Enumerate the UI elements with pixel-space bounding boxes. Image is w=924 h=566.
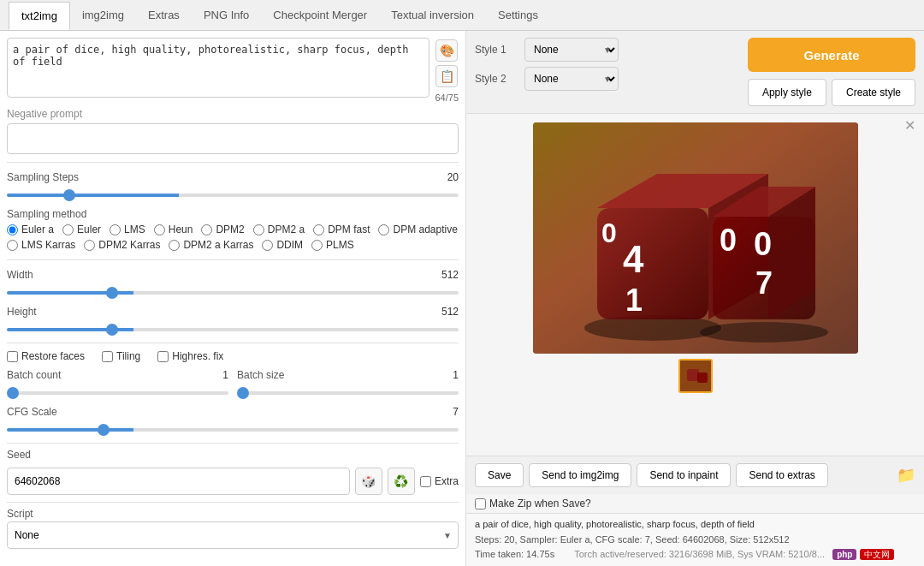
batch-count-slider[interactable]: [7, 391, 228, 395]
seed-label-row: Seed: [7, 449, 459, 461]
script-select[interactable]: None: [7, 521, 459, 549]
style-controls: Style 1 None Style 2 None: [475, 38, 619, 91]
svg-text:0: 0: [754, 226, 772, 262]
tab-extras[interactable]: Extras: [136, 2, 192, 28]
sampling-steps-slider[interactable]: [7, 194, 459, 197]
main-container: a pair of dice, high quality, photoreali…: [0, 31, 924, 566]
style1-row: Style 1 None: [475, 38, 619, 62]
folder-button[interactable]: 📁: [897, 466, 915, 485]
seed-input[interactable]: 64602068: [7, 468, 350, 495]
radio-dpm2-a-karras[interactable]: DPM2 a Karras: [169, 239, 253, 251]
thumbnail-strip: [678, 359, 713, 393]
options-row: Restore faces Tiling Highres. fix: [7, 350, 459, 362]
negative-prompt-input[interactable]: [7, 123, 459, 154]
send-inpaint-button[interactable]: Send to inpaint: [637, 463, 731, 487]
info-bar: a pair of dice, high quality, photoreali…: [466, 513, 924, 566]
emoji-icon-btn[interactable]: 🎨: [435, 39, 458, 62]
highres-fix-checkbox[interactable]: Highres. fix: [157, 350, 223, 362]
sampling-method-label: Sampling method: [7, 208, 459, 220]
width-group: Width 512: [7, 269, 459, 297]
svg-rect-17: [697, 372, 708, 383]
sampling-method-group: Sampling method Euler a Euler LMS Heun D…: [7, 208, 459, 251]
make-zip-checkbox[interactable]: Make Zip when Save?: [475, 497, 915, 509]
tab-png-info[interactable]: PNG Info: [192, 2, 261, 28]
batch-size-slider[interactable]: [237, 391, 459, 395]
radio-dpm-fast[interactable]: DPM fast: [313, 223, 370, 235]
svg-point-2: [700, 322, 828, 343]
sampling-steps-value: 20: [447, 171, 459, 183]
style2-select[interactable]: None: [524, 67, 619, 91]
tiling-checkbox[interactable]: Tiling: [102, 350, 140, 362]
style2-row: Style 2 None: [475, 67, 619, 91]
height-slider[interactable]: [7, 328, 459, 331]
height-value: 512: [441, 306, 459, 318]
clipboard-icon-btn[interactable]: 📋: [435, 65, 458, 87]
seed-dice-btn[interactable]: 🎲: [355, 468, 382, 495]
tab-img2img[interactable]: img2img: [70, 2, 136, 28]
top-right-controls: Style 1 None Style 2 None: [466, 31, 924, 114]
radio-dpm-adaptive[interactable]: DPM adaptive: [378, 223, 457, 235]
batch-size-group: Batch size 1: [237, 369, 459, 397]
restore-faces-checkbox[interactable]: Restore faces: [7, 350, 85, 362]
cfg-scale-label: CFG Scale 7: [7, 406, 459, 418]
cfg-scale-value: 7: [453, 406, 459, 418]
script-label: Script: [7, 508, 459, 520]
width-label: Width 512: [7, 269, 459, 281]
sampling-method-radio-group: Euler a Euler LMS Heun DPM2 DPM2 a DPM f…: [7, 223, 459, 251]
radio-dpm2-a[interactable]: DPM2 a: [253, 223, 305, 235]
svg-rect-16: [687, 369, 699, 381]
save-button[interactable]: Save: [475, 463, 524, 487]
apply-style-button[interactable]: Apply style: [748, 79, 826, 106]
close-image-btn[interactable]: ✕: [904, 117, 915, 134]
make-zip-row: Make Zip when Save?: [466, 494, 924, 513]
style1-select[interactable]: None: [524, 38, 619, 62]
height-label: Height 512: [7, 306, 459, 318]
batch-row: Batch count 1 Batch size 1: [7, 369, 459, 397]
sampling-steps-label: Sampling Steps 20: [7, 171, 459, 183]
height-group: Height 512: [7, 306, 459, 334]
batch-count-group: Batch count 1: [7, 369, 228, 397]
radio-plms[interactable]: PLMS: [311, 239, 354, 251]
style1-select-wrapper: None: [524, 38, 619, 62]
seed-recycle-btn[interactable]: ♻️: [388, 468, 415, 495]
radio-lms[interactable]: LMS: [110, 223, 145, 235]
generated-image: 4 1 0 0: [533, 122, 858, 354]
tab-textual-inversion[interactable]: Textual inversion: [379, 2, 486, 28]
svg-text:7: 7: [755, 265, 773, 301]
top-navigation: txt2img img2img Extras PNG Info Checkpoi…: [0, 0, 924, 31]
width-slider[interactable]: [7, 291, 459, 295]
create-style-button[interactable]: Create style: [832, 79, 915, 106]
radio-heun[interactable]: Heun: [154, 223, 193, 235]
send-img2img-button[interactable]: Send to img2img: [529, 463, 631, 487]
style2-select-wrapper: None: [524, 67, 619, 91]
thumbnail-item[interactable]: [678, 359, 713, 393]
radio-dpm2-karras[interactable]: DPM2 Karras: [84, 239, 160, 251]
extra-checkbox[interactable]: Extra: [420, 475, 459, 487]
generate-button[interactable]: Generate: [748, 38, 915, 72]
tab-txt2img[interactable]: txt2img: [9, 2, 70, 30]
style-action-buttons: Apply style Create style: [748, 79, 915, 106]
batch-count-value: 1: [222, 369, 228, 381]
info-prompt-text: a pair of dice, high quality, photoreali…: [475, 517, 915, 533]
php-badge: php 中文网: [832, 549, 893, 559]
svg-text:0: 0: [720, 223, 737, 258]
info-params: Steps: 20, Sampler: Euler a, CFG scale: …: [475, 533, 915, 548]
send-extras-button[interactable]: Send to extras: [736, 463, 827, 487]
tab-checkpoint-merger[interactable]: Checkpoint Merger: [261, 2, 379, 28]
radio-dpm2[interactable]: DPM2: [201, 223, 244, 235]
positive-prompt-input[interactable]: a pair of dice, high quality, photoreali…: [7, 38, 429, 98]
batch-size-value: 1: [453, 369, 459, 381]
bottom-action-buttons: Save Send to img2img Send to inpaint Sen…: [466, 456, 924, 494]
prompt-row: a pair of dice, high quality, photoreali…: [7, 38, 459, 103]
tab-settings[interactable]: Settings: [486, 2, 550, 28]
radio-lms-karras[interactable]: LMS Karras: [7, 239, 75, 251]
info-time: Time taken: 14.75s Torch active/reserved…: [475, 547, 915, 563]
token-count: 64/75: [435, 92, 459, 103]
radio-euler-a[interactable]: Euler a: [7, 223, 54, 235]
negative-prompt-label: Negative prompt: [7, 108, 459, 120]
prompt-section: a pair of dice, high quality, photoreali…: [7, 38, 459, 157]
batch-size-label: Batch size 1: [237, 369, 459, 381]
radio-ddim[interactable]: DDIM: [262, 239, 303, 251]
radio-euler[interactable]: Euler: [62, 223, 101, 235]
cfg-scale-slider[interactable]: [7, 428, 459, 432]
